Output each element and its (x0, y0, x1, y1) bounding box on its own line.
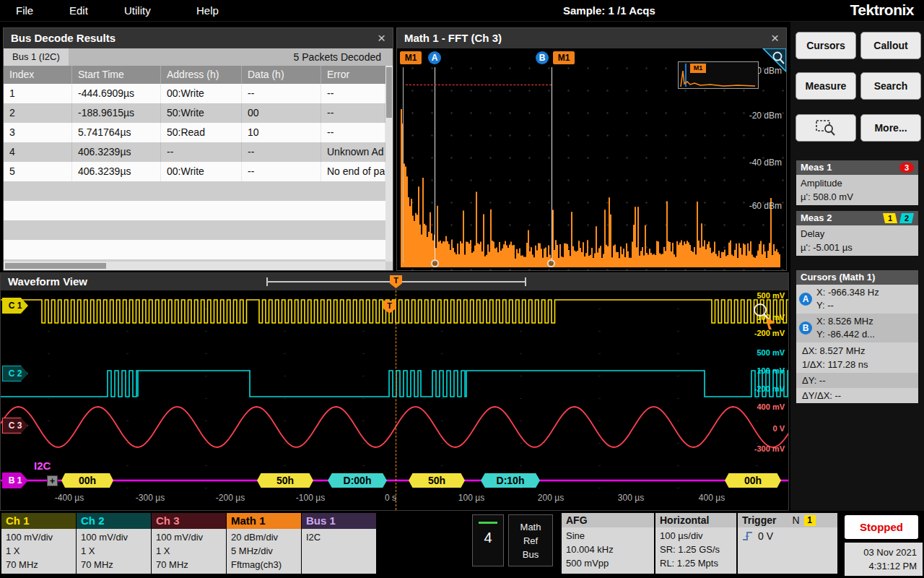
cursors-panel[interactable]: Cursors (Math 1) A X: -966.348 Hz Y: -- … (796, 270, 918, 403)
menu-utility[interactable]: Utility (124, 0, 151, 22)
math1-source-badge[interactable]: M1 (553, 51, 575, 64)
y-axis-label: -40 dBm (731, 158, 782, 168)
math1-hscale: 5 MHz/div (231, 544, 297, 558)
meas2-source1-badge: 1 (883, 213, 897, 223)
cell: -- (321, 103, 385, 123)
afg-frequency: 10.004 kHz (566, 543, 650, 556)
column-header[interactable]: Index (4, 66, 72, 84)
trigger-level: 0 V (758, 530, 773, 542)
close-icon[interactable]: × (771, 30, 779, 46)
measure-button[interactable]: Measure (796, 72, 856, 100)
cursor-b-badge[interactable]: B (536, 51, 549, 64)
cursors-button[interactable]: Cursors (796, 32, 856, 59)
math-label: Math (509, 520, 552, 534)
cursor-delta-readout: ΔX: 8.527 MHz 1/ΔX: 117.28 ns (796, 342, 918, 373)
bus-packet-badge[interactable]: 00h (725, 473, 781, 488)
cursor-b-readout: B X: 8.526 MHz Y: -86.442 d... (796, 314, 918, 342)
cell: -- (242, 142, 321, 162)
cursor-a-line[interactable] (435, 67, 435, 263)
cursor-b-line[interactable] (552, 67, 552, 263)
x-axis-label: 0 s (365, 493, 416, 503)
cursor-b-x: X: 8.526 MHz (816, 315, 875, 328)
table-row[interactable]: 5 406.3239µs 00:Write -- No end of pa (4, 162, 385, 181)
bus-packet-badge[interactable]: 50h (257, 473, 313, 488)
cell: 4 (4, 142, 72, 162)
cursor-dydx: ΔY/ΔX: -- (796, 388, 918, 403)
cell: 50:Read (161, 123, 242, 142)
math-window-titlebar[interactable]: Math 1 - FFT (Ch 3) × (397, 28, 786, 48)
run-stop-status-button[interactable]: Stopped (845, 515, 918, 539)
table-row[interactable]: 4 406.3239µs -- -- Unknown Ad (4, 142, 385, 162)
meas2-value: µ': -5.001 µs (801, 241, 914, 254)
cursor-a-handle[interactable] (431, 259, 439, 267)
bus-window-titlebar[interactable]: Bus Decode Results × (4, 28, 393, 48)
y-axis-label: -60 dBm (731, 201, 782, 211)
ch2-label: Ch 2 (77, 513, 151, 529)
math-fft-window: Math 1 - FFT (Ch 3) × M1 A B M1 0 dBm -2… (396, 27, 787, 271)
fft-plot-area[interactable]: M1 A B M1 0 dBm -20 dBm -40 dBm -60 dBm … (397, 48, 786, 270)
cursor-b-handle[interactable] (547, 259, 555, 267)
pan-track-left-cap[interactable] (266, 277, 268, 286)
ch1-badge[interactable]: Ch 1 100 mV/div 1 X 70 MHz (1, 513, 76, 574)
scrollbar-thumb[interactable] (386, 67, 392, 118)
column-header[interactable]: Start Time (72, 66, 161, 84)
afg-badge[interactable]: AFG Sine 10.004 kHz 500 mVpp (562, 513, 654, 574)
math1-badge[interactable]: Math 1 20 dBm/div 5 MHz/div Fftmag(ch3) (227, 513, 301, 574)
column-header[interactable]: Error (321, 66, 385, 84)
ref-label: Ref (509, 534, 552, 548)
ch1-scale: 100 mV/div (6, 530, 71, 544)
zoom-corner-icon[interactable] (762, 48, 786, 73)
math1-label: Math 1 (227, 513, 301, 529)
bus-packet-badge[interactable]: D:00h (328, 473, 387, 488)
column-header[interactable]: Address (h) (161, 66, 242, 84)
horizontal-scrollbar[interactable] (4, 262, 385, 270)
horizontal-scale: 100 µs/div (660, 529, 732, 543)
menu-edit[interactable]: Edit (69, 0, 88, 22)
waveform-plot-area[interactable]: T C 1 C 2 C 3 B 1 I2C + 00h 50h D:00h 50… (1, 290, 788, 510)
bus-packet-badge[interactable]: 50h (409, 473, 465, 488)
zoom-cursor-icon[interactable] (749, 301, 778, 329)
ch2-badge[interactable]: Ch 2 100 mV/div 1 X 70 MHz (77, 513, 151, 574)
cell: 1 (4, 84, 72, 103)
bus-packet-badge[interactable]: D:10h (481, 473, 540, 488)
table-row[interactable]: 2 -188.9615µs 50:Write 00 -- (4, 103, 385, 123)
fft-overview-thumbnail[interactable]: M1 (678, 61, 759, 89)
cursor-a-badge[interactable]: A (428, 51, 441, 64)
table-row-empty (4, 201, 385, 220)
more-button[interactable]: More... (860, 114, 921, 142)
close-icon[interactable]: × (378, 30, 385, 46)
vertical-scrollbar[interactable] (385, 66, 393, 262)
bus-packet-badge[interactable]: 00h (61, 473, 113, 488)
add-math-ref-bus-button[interactable]: Math Ref Bus (508, 514, 553, 566)
callout-button[interactable]: Callout (860, 32, 921, 59)
zoom-mode-button[interactable] (796, 114, 856, 142)
horizontal-badge[interactable]: Horizontal 100 µs/div SR: 1.25 GS/s RL: … (655, 513, 736, 574)
trigger-mode: N (792, 513, 799, 527)
meas1-source-badge: 3 (899, 163, 914, 173)
trigger-badge[interactable]: Trigger N 1 0 V (738, 513, 837, 574)
meas1-panel[interactable]: Meas 1 3 Amplitude µ': 508.0 mV (796, 160, 918, 205)
table-row[interactable]: 1 -444.6909µs 00:Write -- -- (4, 84, 385, 103)
meas2-panel[interactable]: Meas 2 1 2 Delay µ': -5.001 µs (796, 211, 918, 256)
ch3-scale: 100 mV/div (156, 530, 222, 544)
menu-file[interactable]: File (16, 0, 33, 22)
menu-help[interactable]: Help (196, 0, 219, 22)
ch3-badge[interactable]: Ch 3 100 mV/div 1 X 70 MHz (152, 513, 226, 574)
table-row[interactable]: 3 5.741764µs 50:Read 10 -- (4, 123, 385, 142)
plot-left-axis (403, 67, 404, 263)
math1-source-badge[interactable]: M1 (400, 51, 422, 64)
column-header[interactable]: Data (h) (242, 66, 321, 84)
search-button[interactable]: Search (860, 72, 921, 100)
tab-bus1-i2c[interactable]: Bus 1 (I2C) (4, 48, 69, 66)
math1-expression: Fftmag(ch3) (231, 558, 297, 571)
bus1-badge[interactable]: Bus 1 I2C (302, 513, 376, 574)
display-config-button[interactable]: 4 (472, 514, 504, 566)
scale-label-ch1: -200 mV (734, 329, 785, 337)
scrollbar-thumb[interactable] (5, 263, 106, 269)
bus-expand-button[interactable]: + (47, 475, 58, 486)
scale-label-ch3: 400 mV (734, 402, 785, 411)
trigger-position-line[interactable] (396, 290, 396, 510)
pan-track-right-cap[interactable] (525, 277, 526, 286)
meas1-value: µ': 508.0 mV (801, 190, 914, 204)
waveform-view-title: Waveform View (8, 273, 87, 290)
